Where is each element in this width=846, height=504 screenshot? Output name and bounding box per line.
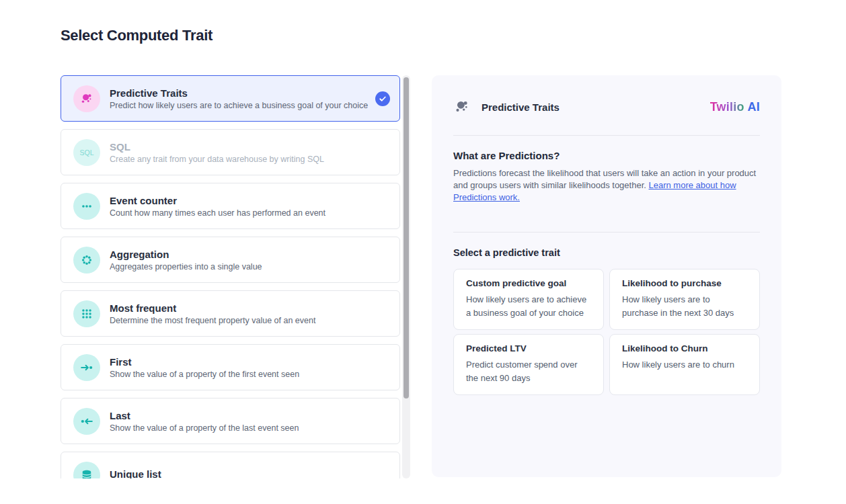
card-description: How likely users are to purchase in the … <box>622 293 747 320</box>
about-heading: What are Predictions? <box>453 150 760 161</box>
trait-title: SQL <box>110 141 390 153</box>
card-description: How likely users are to achieve a busine… <box>466 293 591 320</box>
trait-list-item[interactable]: SQL SQL Create any trait from your data … <box>61 129 400 175</box>
detail-panel-title: Predictive Traits <box>482 101 710 113</box>
predictive-traits-icon <box>73 85 100 112</box>
about-predictions-section: What are Predictions? Predictions foreca… <box>432 136 781 204</box>
trait-title: Event counter <box>110 195 390 206</box>
card-description: How likely users are to churn <box>622 358 747 372</box>
select-predictive-trait-section: Select a predictive trait Custom predict… <box>432 233 781 396</box>
trait-description: Determine the most frequent property val… <box>110 316 390 325</box>
trait-list-item[interactable]: Predictive Traits Predict how likely use… <box>61 75 400 122</box>
trait-title: Predictive Traits <box>110 87 370 99</box>
trait-list-item[interactable]: Aggregation Aggregates properties into a… <box>61 237 400 283</box>
page-title: Select Computed Trait <box>61 27 213 44</box>
event-counter-icon <box>73 193 100 220</box>
card-title: Custom predictive goal <box>466 278 591 288</box>
predictive-trait-card[interactable]: Predicted LTV Predict customer spend ove… <box>453 334 604 395</box>
card-title: Likelihood to purchase <box>622 278 747 288</box>
predictive-trait-card[interactable]: Likelihood to purchase How likely users … <box>609 269 760 330</box>
trait-list-item[interactable]: Last Show the value of a property of the… <box>61 398 400 444</box>
select-trait-heading: Select a predictive trait <box>453 247 760 258</box>
predictive-trait-card[interactable]: Custom predictive goal How likely users … <box>453 269 604 330</box>
card-title: Predicted LTV <box>466 343 591 353</box>
trait-description: Create any trait from your data warehous… <box>110 155 390 164</box>
detail-panel-header: Predictive Traits TwilioAI <box>432 75 781 135</box>
trait-title: Unique list <box>110 468 390 479</box>
card-title: Likelihood to Churn <box>622 343 747 353</box>
aggregation-icon <box>73 247 100 274</box>
first-icon <box>73 354 100 381</box>
trait-list-item[interactable]: First Show the value of a property of th… <box>61 344 400 390</box>
list-scrollbar-track[interactable] <box>402 75 410 478</box>
sql-icon: SQL <box>73 139 100 166</box>
last-icon <box>73 408 100 435</box>
trait-title: First <box>110 356 390 368</box>
selected-check-icon <box>375 91 390 106</box>
unique-list-icon <box>73 462 100 479</box>
trait-description: Predict how likely users are to achieve … <box>110 101 370 110</box>
trait-title: Most frequent <box>110 302 390 314</box>
list-scrollbar-thumb[interactable] <box>403 77 409 398</box>
trait-list-item[interactable]: Most frequent Determine the most frequen… <box>61 290 400 337</box>
most-frequent-icon <box>73 300 100 327</box>
card-description: Predict customer spend over the next 90 … <box>466 358 591 385</box>
predictive-traits-icon <box>453 98 471 116</box>
trait-list-item[interactable]: Unique list <box>61 452 400 478</box>
predictive-trait-card[interactable]: Likelihood to Churn How likely users are… <box>609 334 760 395</box>
twilio-ai-logo: TwilioAI <box>710 100 760 114</box>
trait-description: Aggregates properties into a single valu… <box>110 262 390 271</box>
trait-title: Aggregation <box>110 249 390 260</box>
trait-list: Predictive Traits Predict how likely use… <box>61 75 400 478</box>
trait-description: Count how many times each user has perfo… <box>110 208 390 218</box>
predictive-trait-cards: Custom predictive goal How likely users … <box>453 269 760 396</box>
trait-description: Show the value of a property of the firs… <box>110 370 390 379</box>
trait-description: Show the value of a property of the last… <box>110 423 390 433</box>
about-body: Predictions forecast the likelihood that… <box>453 167 757 204</box>
svg-text:SQL: SQL <box>79 149 93 157</box>
detail-panel: Predictive Traits TwilioAI What are Pred… <box>432 75 781 477</box>
trait-list-item[interactable]: Event counter Count how many times each … <box>61 183 400 229</box>
trait-title: Last <box>110 410 390 421</box>
